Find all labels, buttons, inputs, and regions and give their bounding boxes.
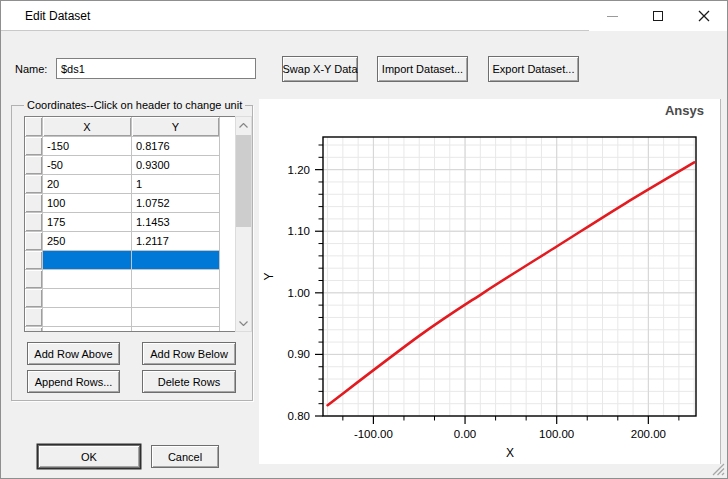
- svg-text:1.00: 1.00: [288, 287, 310, 299]
- column-header-x[interactable]: X: [43, 117, 132, 137]
- table-cell[interactable]: -50: [43, 156, 132, 175]
- scroll-down-button[interactable]: [236, 315, 251, 331]
- svg-text:0.00: 0.00: [454, 428, 476, 440]
- coordinates-table[interactable]: XY-1500.8176-500.93002011001.07521751.14…: [24, 116, 237, 332]
- table-row: 1001.0752: [25, 194, 236, 213]
- column-header-y[interactable]: Y: [132, 117, 220, 137]
- table-cell[interactable]: [43, 308, 132, 327]
- table-scrollbar[interactable]: [235, 116, 252, 332]
- table-cell[interactable]: 1.2117: [132, 232, 220, 251]
- svg-text:X: X: [506, 446, 514, 460]
- table-cell[interactable]: [132, 251, 220, 270]
- add-row-above-button[interactable]: Add Row Above: [27, 342, 120, 365]
- ansys-brand-label: Ansys: [665, 103, 704, 118]
- svg-text:200.00: 200.00: [631, 428, 666, 440]
- svg-text:0.80: 0.80: [288, 410, 310, 422]
- table-cell[interactable]: 1.1453: [132, 213, 220, 232]
- table-cell[interactable]: [132, 270, 220, 289]
- table-row: -1500.8176: [25, 137, 236, 156]
- import-dataset-button[interactable]: Import Dataset...: [377, 56, 468, 82]
- svg-text:-100.00: -100.00: [354, 428, 393, 440]
- table-header-row: XY: [25, 117, 236, 137]
- add-row-below-button[interactable]: Add Row Below: [142, 342, 236, 365]
- table-cell[interactable]: [43, 270, 132, 289]
- maximize-button[interactable]: [635, 1, 681, 31]
- row-header-cell[interactable]: [25, 137, 43, 156]
- table-row: 1751.1453: [25, 213, 236, 232]
- dialog-title: Edit Dataset: [25, 9, 90, 23]
- cancel-button[interactable]: Cancel: [151, 445, 219, 468]
- table-cell[interactable]: [132, 289, 220, 308]
- edit-dataset-dialog: Edit Dataset Name: Swap X-Y Data Import …: [0, 0, 728, 479]
- table-cell[interactable]: [43, 251, 132, 270]
- row-header-cell[interactable]: [25, 156, 43, 175]
- table-cell[interactable]: 0.9300: [132, 156, 220, 175]
- dataset-preview-chart: -100.000.00100.00200.000.800.901.001.101…: [259, 99, 721, 464]
- export-dataset-button[interactable]: Export Dataset...: [488, 56, 579, 82]
- row-header-cell[interactable]: [25, 194, 43, 213]
- table-cell[interactable]: 1: [132, 175, 220, 194]
- table-row: 201: [25, 175, 236, 194]
- row-header-cell[interactable]: [25, 175, 43, 194]
- table-row: 2501.2117: [25, 232, 236, 251]
- table-cell[interactable]: [132, 308, 220, 327]
- close-icon: [698, 10, 710, 22]
- table-corner-cell: [25, 117, 43, 137]
- row-header-cell[interactable]: [25, 289, 43, 308]
- scroll-up-icon: [239, 123, 248, 128]
- scroll-up-button[interactable]: [236, 117, 251, 133]
- row-header-cell[interactable]: [25, 270, 43, 289]
- dataset-preview-panel: Ansys -100.000.00100.00200.000.800.901.0…: [259, 99, 721, 464]
- coordinates-group-label: Coordinates--Click on header to change u…: [24, 99, 245, 111]
- minimize-icon: [607, 16, 618, 17]
- table-cell[interactable]: -150: [43, 137, 132, 156]
- table-cell[interactable]: [43, 327, 132, 332]
- svg-text:100.00: 100.00: [539, 428, 574, 440]
- table-row: -500.9300: [25, 156, 236, 175]
- minimize-button[interactable]: [589, 1, 635, 31]
- table-row: [25, 270, 236, 289]
- table-row: [25, 308, 236, 327]
- table-row: [25, 289, 236, 308]
- svg-text:0.90: 0.90: [288, 348, 310, 360]
- table-cell[interactable]: [132, 327, 220, 332]
- table-cell[interactable]: [43, 289, 132, 308]
- row-header-cell[interactable]: [25, 251, 43, 270]
- table-cell[interactable]: 0.8176: [132, 137, 220, 156]
- table-row: [25, 327, 236, 332]
- scroll-down-icon: [239, 321, 248, 326]
- append-rows-button[interactable]: Append Rows...: [27, 370, 120, 393]
- table-cell[interactable]: 100: [43, 194, 132, 213]
- row-header-cell[interactable]: [25, 308, 43, 327]
- svg-text:1.10: 1.10: [288, 225, 310, 237]
- resize-grip-icon[interactable]: [711, 462, 725, 476]
- table-cell[interactable]: 175: [43, 213, 132, 232]
- row-header-cell[interactable]: [25, 327, 43, 332]
- maximize-icon: [653, 11, 663, 21]
- name-label: Name:: [15, 63, 47, 75]
- row-header-cell[interactable]: [25, 232, 43, 251]
- row-header-cell[interactable]: [25, 213, 43, 232]
- title-bar: Edit Dataset: [1, 1, 727, 31]
- swap-xy-button[interactable]: Swap X-Y Data: [282, 56, 358, 82]
- dataset-name-input[interactable]: [56, 58, 256, 79]
- delete-rows-button[interactable]: Delete Rows: [142, 370, 236, 393]
- table-cell[interactable]: 20: [43, 175, 132, 194]
- svg-text:1.20: 1.20: [288, 164, 310, 176]
- scrollbar-thumb[interactable]: [236, 135, 251, 227]
- close-button[interactable]: [681, 1, 727, 31]
- table-cell[interactable]: 1.0752: [132, 194, 220, 213]
- table-row: [25, 251, 236, 270]
- svg-text:Y: Y: [262, 272, 276, 280]
- ok-button[interactable]: OK: [38, 445, 140, 468]
- table-cell[interactable]: 250: [43, 232, 132, 251]
